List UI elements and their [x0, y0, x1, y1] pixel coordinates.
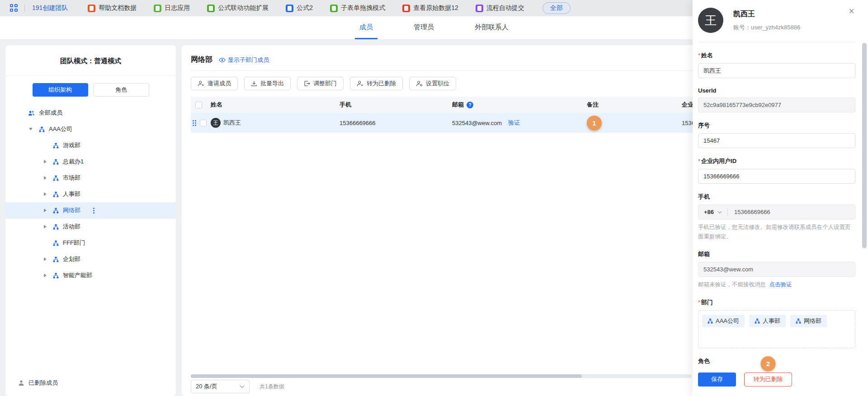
app-tab[interactable]: 子表单拖拽模式 [330, 4, 385, 12]
col-email: 邮箱 ? [452, 101, 587, 109]
app-tab[interactable]: 流程自动提交 [476, 4, 524, 12]
avatar: 王 [698, 8, 723, 33]
page-size-select[interactable]: 20 条/页 [191, 380, 250, 393]
to-deleted-button[interactable]: 转为已删除 2 [744, 373, 792, 387]
tree-item-dept[interactable]: FFF部门 [5, 235, 176, 251]
app-launcher-icon[interactable] [10, 4, 18, 12]
workspace-title[interactable]: 191创建团队 [32, 4, 68, 12]
app-tabs: 帮助文档数据 日志应用 公式联动功能扩展 公式2 子表单拖拽模式 查看原始数据1… [88, 4, 524, 12]
annotation-badge-2: 2 [761, 356, 776, 371]
more-options-icon[interactable] [93, 208, 94, 214]
show-sub-dept-link[interactable]: 显示子部门成员 [219, 56, 269, 64]
country-code-select[interactable]: +86 [698, 209, 727, 215]
tree-item-dept[interactable]: 企划部 [5, 251, 176, 267]
download-icon [251, 80, 257, 87]
org-tree: 全部成员 AAA公司 游戏部 总裁办1 市场部 [5, 105, 176, 284]
app-tab[interactable]: 公式联动功能扩展 [207, 4, 269, 12]
app-tab[interactable]: 查看原始数据12 [402, 4, 458, 12]
all-apps-button[interactable]: 全部 [542, 2, 571, 14]
department-icon [53, 191, 59, 197]
app-tab[interactable]: 帮助文档数据 [88, 4, 137, 12]
chevron-right-icon[interactable] [44, 225, 47, 228]
tree-item-dept[interactable]: 游戏部 [5, 137, 176, 154]
row-checkbox[interactable] [200, 120, 207, 126]
move-to-deleted-button[interactable]: 转为已删除 [350, 77, 403, 90]
deleted-members-link[interactable]: 已删除成员 [18, 379, 58, 387]
col-name: 姓名 [211, 101, 340, 109]
tree-item-dept[interactable]: 智能产能部 [5, 267, 176, 284]
tree-item-dept[interactable]: 总裁办1 [5, 154, 176, 170]
move-box-icon [304, 80, 310, 87]
tree-item-all-members[interactable]: 全部成员 [5, 105, 176, 121]
userid-input: 52c9a98165773e9cb92e0977 [698, 98, 855, 112]
sidebar-switch: 组织架构 角色 [5, 83, 176, 97]
invite-member-button[interactable]: 邀请成员 [191, 77, 238, 90]
adjust-department-button[interactable]: 调整部门 [297, 77, 344, 90]
divider [191, 70, 693, 71]
dept-tag[interactable]: 人事部 [749, 315, 786, 327]
phone-input: 15366669666 [728, 209, 770, 215]
department-icon [53, 143, 59, 149]
total-count: 共1条数据 [259, 383, 284, 391]
help-icon[interactable]: ? [467, 102, 473, 108]
horizontal-scrollbar[interactable] [191, 374, 692, 378]
department-icon [53, 224, 59, 230]
seq-input[interactable]: 15467 [698, 133, 855, 148]
seq-field-label: 序号 [698, 121, 855, 130]
app-tab[interactable]: 日志应用 [154, 4, 190, 12]
team-mode-label: 团队模式：普通模式 [5, 45, 176, 65]
chevron-right-icon[interactable] [44, 176, 47, 180]
department-icon [53, 240, 59, 246]
name-input[interactable]: 凯西王 [698, 63, 855, 78]
tree-item-dept[interactable]: 人事部 [5, 186, 176, 202]
phone-input-group: +86 15366669666 [698, 205, 855, 219]
chevron-right-icon[interactable] [44, 209, 47, 212]
department-icon [708, 318, 713, 324]
chevron-right-icon[interactable] [44, 160, 47, 163]
verify-link[interactable]: 验证 [508, 119, 520, 127]
chevron-right-icon[interactable] [44, 257, 47, 261]
batch-export-button[interactable]: 批量导出 [244, 77, 291, 90]
tree-item-dept[interactable]: 市场部 [5, 170, 176, 186]
panel-scrollbar[interactable] [862, 43, 867, 248]
tree-item-dept-selected[interactable]: 网络部 [5, 202, 176, 219]
phone-help-text: 手机已验证，您无法修改。如需修改请联系成员在个人设置页面重新绑定。 [698, 223, 855, 241]
tab-admins[interactable]: 管理员 [409, 16, 439, 39]
member-name: 凯西王 [223, 119, 241, 127]
app-tab[interactable]: 公式2 [286, 4, 313, 12]
save-button[interactable]: 保存 [698, 373, 736, 387]
department-icon [53, 256, 59, 262]
role-button[interactable]: 角色 [94, 83, 149, 97]
department-icon [53, 175, 59, 181]
chevron-right-icon[interactable] [44, 274, 47, 277]
panel-actions: 保存 转为已删除 2 [698, 373, 855, 387]
member-name: 凯西王 [733, 9, 800, 19]
chevron-down-icon [717, 211, 722, 214]
org-structure-button[interactable]: 组织架构 [33, 83, 88, 97]
tab-members[interactable]: 成员 [355, 16, 377, 39]
scrollbar-thumb[interactable] [191, 374, 582, 378]
close-icon[interactable]: × [849, 6, 854, 16]
department-icon [755, 318, 760, 324]
chevron-down-icon [240, 385, 245, 388]
click-verify-link[interactable]: 点击验证 [769, 281, 792, 288]
tab-external-contacts[interactable]: 外部联系人 [470, 16, 513, 39]
department-picker[interactable]: AAA公司 人事部 网络部 [698, 310, 855, 348]
tree-item-company[interactable]: AAA公司 [5, 121, 176, 137]
app-log-icon [154, 5, 161, 12]
chevron-right-icon[interactable] [44, 192, 47, 196]
corp-uid-input[interactable]: 15366669666 [698, 169, 855, 184]
dept-tag[interactable]: AAA公司 [702, 315, 745, 327]
sidebar: 团队模式：普通模式 组织架构 角色 全部成员 AAA公司 游戏部 [5, 45, 176, 396]
member-account: 账号：user_yzh4zk85886 [733, 23, 800, 32]
member-detail-panel: × 王 凯西王 账号：user_yzh4zk85886 *姓名 凯西王 User… [693, 0, 868, 396]
select-all-checkbox[interactable] [195, 102, 202, 108]
email-help-text: 邮箱未验证，不能接收消息 点击验证 [698, 280, 855, 289]
name-field-label: *姓名 [698, 51, 855, 60]
dept-tag[interactable]: 网络部 [790, 315, 827, 327]
set-position-button[interactable]: 设置职位 [409, 77, 456, 90]
tree-item-dept[interactable]: 活动部 [5, 219, 176, 235]
drag-handle-icon[interactable] [193, 120, 196, 126]
chevron-down-icon[interactable] [29, 128, 33, 130]
person-add-icon [198, 80, 204, 87]
